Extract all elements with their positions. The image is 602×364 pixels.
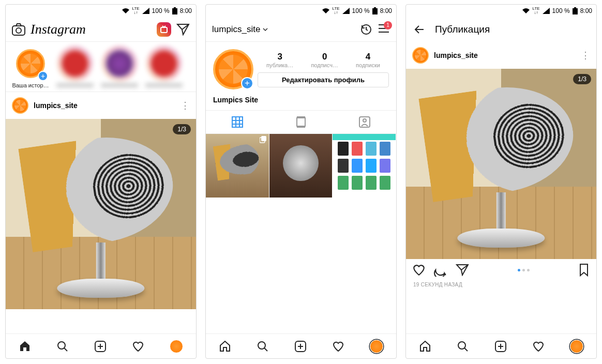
stat-following[interactable]: 4подписки	[356, 52, 380, 68]
battery-icon	[172, 7, 177, 14]
nav-home-icon[interactable]	[419, 340, 431, 353]
username-dropdown[interactable]: lumpics_site	[212, 24, 268, 35]
signal-icon	[142, 8, 149, 14]
edit-profile-button[interactable]: Редактировать профиль	[258, 72, 389, 87]
grid-icon	[231, 116, 244, 128]
post-options-icon[interactable]: ⋮	[581, 50, 590, 61]
wifi-icon	[122, 8, 130, 14]
post-image[interactable]: 1/3	[406, 69, 596, 259]
timestamp: 19 СЕКУНД НАЗАД	[406, 281, 596, 293]
nav-search-icon[interactable]	[56, 340, 69, 353]
display-name: Lumpics Site	[206, 94, 396, 110]
stat-followers[interactable]: 0подписч…	[311, 52, 338, 68]
svg-point-20	[458, 342, 465, 349]
tab-feed[interactable]	[269, 111, 333, 133]
clock: 8:00	[180, 7, 192, 14]
post-avatar[interactable]	[12, 97, 28, 114]
back-arrow-icon[interactable]	[413, 23, 426, 36]
add-story-icon: +	[241, 77, 253, 89]
lte-indicator: LTE↓↑	[132, 7, 140, 15]
feed-view-icon	[295, 116, 307, 128]
profile-tabs	[206, 110, 396, 134]
nav-heart-icon[interactable]	[132, 340, 144, 353]
bookmark-icon[interactable]	[578, 263, 590, 277]
stories-row: + Ваша истор…	[6, 42, 196, 92]
nav-home-icon[interactable]	[19, 340, 31, 353]
page-title: Публикация	[435, 24, 490, 35]
nav-add-icon[interactable]	[94, 340, 107, 353]
post-options-icon[interactable]: ⋮	[180, 100, 190, 111]
nav-profile-icon[interactable]	[170, 340, 183, 353]
post-header: lumpics_site ⋮	[406, 42, 596, 69]
publication-header: Публикация	[406, 17, 596, 42]
svg-point-5	[58, 342, 65, 349]
tab-tagged[interactable]	[333, 111, 396, 133]
grid-post[interactable]	[269, 134, 333, 198]
your-story[interactable]: + Ваша истор…	[12, 47, 49, 88]
lte-indicator: LTE↓↑	[533, 7, 540, 15]
svg-rect-7	[374, 7, 376, 8]
nav-search-icon[interactable]	[457, 340, 469, 353]
posts-grid	[206, 134, 396, 198]
post-avatar[interactable]	[412, 47, 429, 64]
battery-percent: 100 %	[552, 7, 570, 14]
story-item[interactable]	[56, 47, 94, 88]
nav-home-icon[interactable]	[219, 340, 231, 353]
svg-point-3	[16, 28, 21, 33]
bottom-nav	[406, 333, 596, 358]
post-username[interactable]: lumpics_site	[434, 51, 576, 59]
carousel-indicator: 1/3	[573, 74, 591, 84]
battery-percent: 100 %	[352, 7, 370, 14]
multi-photo-icon	[260, 136, 267, 143]
signal-icon	[342, 8, 350, 14]
screen-profile: LTE↓↑ 100 % 8:00 lumpics_site 1 + 3публи…	[205, 4, 397, 359]
nav-profile-icon[interactable]	[370, 340, 383, 353]
wifi-icon	[322, 8, 330, 14]
screen-feed: LTE↓↑ 100 % 8:00 Instagram + Ваша истор…	[5, 4, 197, 359]
battery-icon	[372, 7, 378, 14]
battery-icon	[573, 7, 578, 14]
nav-add-icon[interactable]	[294, 340, 307, 353]
stat-posts[interactable]: 3публика…	[266, 52, 293, 68]
story-item[interactable]	[101, 47, 138, 88]
chevron-down-icon	[263, 27, 268, 32]
svg-rect-10	[232, 117, 243, 127]
nav-profile-icon[interactable]	[570, 340, 583, 353]
wifi-icon	[522, 8, 530, 14]
svg-rect-8	[372, 8, 378, 14]
camera-icon[interactable]	[12, 23, 25, 36]
share-icon[interactable]	[456, 264, 469, 276]
story-item[interactable]	[145, 47, 183, 88]
svg-rect-0	[174, 7, 176, 8]
svg-rect-2	[12, 26, 25, 35]
post-username[interactable]: lumpics_site	[34, 101, 175, 110]
grid-post[interactable]	[333, 134, 396, 198]
like-icon[interactable]	[412, 263, 426, 277]
carousel-indicator: 1/3	[173, 124, 191, 134]
archive-icon[interactable]	[360, 23, 372, 36]
nav-heart-icon[interactable]	[332, 340, 344, 353]
profile-top: + 3публика… 0подписч… 4подписки Редактир…	[206, 42, 396, 94]
add-story-icon: +	[38, 71, 48, 81]
comment-icon[interactable]	[434, 263, 447, 277]
post-image[interactable]: 1/3	[6, 119, 196, 309]
battery-percent: 100 %	[152, 7, 170, 14]
screen-publication: LTE↓↑ 100 % 8:00 Публикация lumpics_site…	[405, 4, 597, 359]
menu-button[interactable]: 1	[378, 23, 390, 36]
instagram-logo: Instagram	[31, 22, 86, 37]
lte-indicator: LTE↓↑	[333, 7, 340, 15]
nav-add-icon[interactable]	[494, 340, 507, 353]
igtv-icon[interactable]	[157, 22, 171, 37]
tab-grid[interactable]	[206, 111, 269, 133]
nav-heart-icon[interactable]	[532, 340, 545, 353]
profile-avatar[interactable]: +	[213, 49, 253, 89]
post-header: lumpics_site ⋮	[6, 92, 196, 119]
clock: 8:00	[380, 7, 392, 14]
bottom-nav	[6, 333, 196, 358]
notification-badge: 1	[384, 21, 392, 29]
direct-icon[interactable]	[176, 23, 190, 36]
grid-post[interactable]	[206, 134, 269, 198]
nav-search-icon[interactable]	[257, 340, 269, 353]
signal-icon	[543, 8, 550, 14]
clock: 8:00	[580, 7, 592, 14]
